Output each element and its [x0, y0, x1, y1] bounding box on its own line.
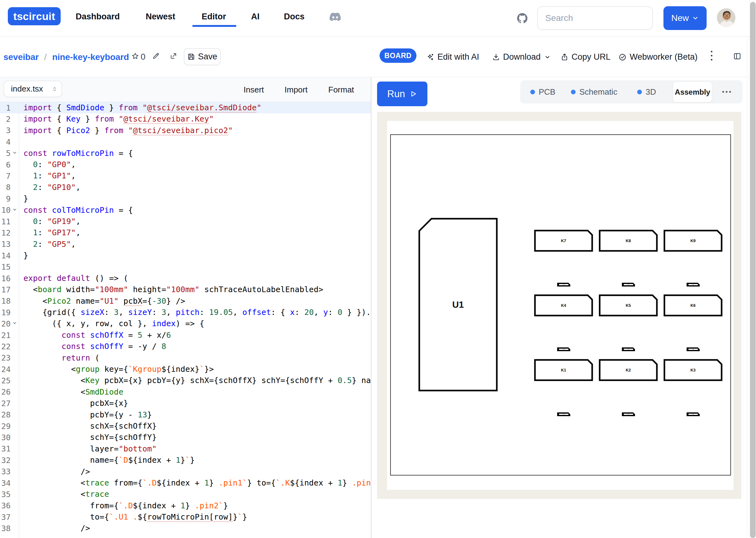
code-line-6[interactable]: 0: "GP0", [19, 159, 371, 170]
view-tabstrip: PCBSchematic3DAssembly [520, 80, 742, 103]
gutter-row-4: 4 [0, 136, 19, 147]
code-line-27[interactable]: pcbX={x} [19, 398, 371, 409]
line-number: 10 [0, 206, 11, 215]
gutter-row-35: 35 [0, 489, 19, 500]
fold-marker[interactable] [11, 148, 19, 159]
search-input[interactable] [537, 6, 653, 30]
nav-item-newest[interactable]: Newest [146, 0, 175, 33]
code-line-22[interactable]: const schOffY = -y / 8 [19, 341, 371, 352]
line-number: 35 [0, 490, 11, 499]
code-line-14[interactable]: } [19, 250, 371, 261]
kebab-menu-icon[interactable] [708, 49, 715, 63]
code-line-21[interactable]: const schOffX = 5 + x/6 [19, 330, 371, 341]
editor-menu-insert[interactable]: Insert [244, 77, 264, 102]
code-line-28[interactable]: pcbY={y - 13} [19, 409, 371, 420]
breadcrumb-project-link[interactable]: nine-key-keyboard [52, 52, 129, 62]
assembly-key-K9: K9 [665, 231, 722, 251]
code-line-23[interactable]: return ( [19, 352, 371, 364]
code-token: : [38, 217, 47, 226]
github-icon[interactable] [517, 13, 527, 24]
gutter-row-32: 32 [0, 455, 19, 466]
code-line-13[interactable]: 2: "GP5", [19, 239, 371, 250]
editor-menu-format[interactable]: Format [328, 77, 354, 102]
star-icon[interactable] [131, 52, 139, 61]
code-line-36[interactable]: from={`.D${index + 1} .pin2`} [19, 500, 371, 511]
code-token: `.U1 . [109, 512, 138, 521]
assembly-label: K5 [626, 303, 631, 308]
open-external-icon[interactable] [169, 52, 177, 61]
code-line-9[interactable]: } [19, 193, 371, 204]
line-number: 7 [0, 172, 11, 181]
assembly-key-K7: K7 [535, 231, 592, 251]
code-line-5[interactable]: const rowToMicroPin = { [19, 148, 371, 159]
panel-layout-icon[interactable] [733, 52, 741, 62]
tab-pcb[interactable]: PCB [530, 80, 555, 103]
edit-with-ai-label: Edit with AI [437, 52, 479, 62]
code-line-35[interactable]: <trace [19, 489, 371, 500]
code-token: { [52, 103, 66, 112]
code-line-1[interactable]: import { SmdDiode } from "@tsci/seveibar… [19, 102, 371, 113]
code-line-2[interactable]: import { Key } from "@tsci/seveibar.Key" [19, 113, 371, 125]
code-line-12[interactable]: 1: "GP17", [19, 227, 371, 239]
save-icon [187, 53, 195, 61]
code-token: import [24, 126, 52, 135]
edit-pencil-icon[interactable] [152, 52, 160, 61]
code-line-3[interactable]: import { Pico2 } from "@tsci/seveibar.pi… [19, 125, 371, 136]
code-line-32[interactable]: name={`D${index + 1}`} [19, 455, 371, 466]
code-line-8[interactable]: 2: "GP10", [19, 182, 371, 193]
edit-with-ai-button[interactable]: Edit with AI [426, 37, 479, 77]
code-line-16[interactable]: export default () => ( [19, 273, 371, 284]
discord-icon[interactable] [329, 13, 341, 22]
nav-item-docs[interactable]: Docs [284, 0, 305, 33]
run-button[interactable]: Run [377, 81, 428, 106]
board-badge[interactable]: BOARD [379, 48, 417, 63]
code-line-34[interactable]: <trace from={`.D${index + 1} .pin1`} to=… [19, 477, 371, 489]
code-token: { [52, 126, 66, 135]
editor-gutter: 1234567891011121314151617181920212223242… [0, 102, 19, 538]
code-token [114, 114, 119, 124]
code-line-11[interactable]: 0: "GP19", [19, 216, 371, 227]
save-button[interactable]: Save [184, 48, 221, 65]
code-line-31[interactable]: layer="bottom" [19, 443, 371, 455]
code-line-4[interactable] [19, 136, 371, 147]
code-line-15[interactable] [19, 261, 371, 272]
code-line-25[interactable]: <Key pcbX={x} pcbY={y} schX={schOffX} sc… [19, 375, 371, 386]
nav-item-dashboard[interactable]: Dashboard [76, 0, 120, 33]
code-line-38[interactable]: /> [19, 523, 371, 534]
nav-item-editor[interactable]: Editor [202, 0, 226, 33]
assembly-canvas[interactable]: U1K7K8K9K4K5K6K1K2K3 [387, 121, 733, 490]
file-select[interactable]: index.tsx [3, 81, 62, 97]
code-token: to={ [24, 512, 109, 521]
code-line-17[interactable]: <board width="100mm" height="100mm" schT… [19, 284, 371, 295]
code-line-37[interactable]: to={`.U1 .${rowToMicroPin[row]}`} [19, 511, 371, 523]
avatar[interactable] [717, 8, 735, 27]
code-line-19[interactable]: {grid({ sizeX: 3, sizeY: 3, pitch: 19.05… [19, 307, 371, 318]
code-line-29[interactable]: schX={schOffX} [19, 420, 371, 432]
editor-menu-import[interactable]: Import [284, 77, 308, 102]
tabstrip-more-button[interactable] [717, 80, 736, 103]
download-button[interactable]: Download [492, 37, 551, 77]
new-button[interactable]: New [664, 6, 707, 30]
fold-marker[interactable] [11, 318, 19, 329]
tab-assembly-active[interactable]: Assembly [673, 82, 712, 102]
code-line-10[interactable]: const colToMicroPin = { [19, 205, 371, 216]
code-line-7[interactable]: 1: "GP1", [19, 170, 371, 182]
webworker-button[interactable]: Webworker (Beta) [618, 37, 698, 77]
code-line-24[interactable]: <group key={`Kgroup${index}`}> [19, 364, 371, 375]
tab-3d[interactable]: 3D [637, 80, 656, 103]
code-line-33[interactable]: /> [19, 466, 371, 477]
code-line-30[interactable]: schY={schOffY} [19, 432, 371, 443]
code-line-26[interactable]: <SmdDiode [19, 387, 371, 398]
code-line-20[interactable]: ({ x, y, row, col }, index) => { [19, 318, 371, 329]
nav-item-ai[interactable]: AI [251, 0, 260, 33]
breadcrumb-owner-link[interactable]: seveibar [3, 52, 39, 62]
copy-url-button[interactable]: Copy URL [560, 37, 611, 77]
scrollbar-thumb[interactable] [750, 2, 756, 538]
fold-marker[interactable] [11, 205, 19, 216]
app: tscircuit DashboardNewestEditorAIDocs Ne… [0, 0, 756, 538]
code-editor[interactable]: 1234567891011121314151617181920212223242… [0, 102, 371, 538]
tab-schematic[interactable]: Schematic [571, 80, 617, 103]
gutter-row-23: 23 [0, 352, 19, 364]
tscircuit-logo[interactable]: tscircuit [8, 7, 61, 25]
code-line-18[interactable]: <Pico2 name="U1" pcbX={-30} /> [19, 296, 371, 307]
